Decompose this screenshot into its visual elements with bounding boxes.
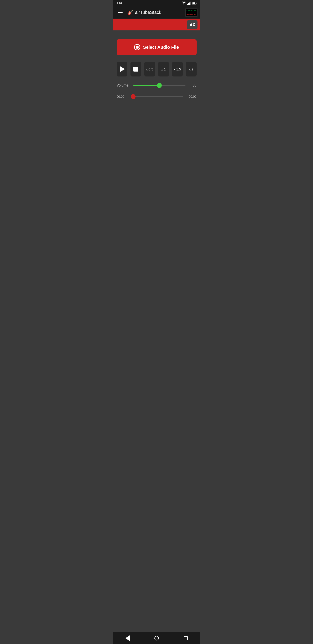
status-time: 1:02 [117,2,122,5]
speed-0.5-button[interactable]: x 0.5 [144,62,155,76]
time-section: 00:00 00:00 [117,94,197,99]
speed-1.5-label: x 1.5 [174,67,181,71]
play-icon [120,66,125,72]
speed-1-label: x 1 [161,67,166,71]
volume-value: 50 [188,84,197,88]
playback-controls: x 0.5 x 1 x 1.5 x 2 [117,62,197,76]
svg-rect-3 [189,2,190,5]
guitar-icon: 🎸 [127,10,133,16]
svg-rect-7 [196,3,196,4]
status-bar: 1:02 [113,0,200,6]
nav-home-button[interactable] [151,634,162,643]
time-row: 00:00 00:00 [117,94,197,99]
speed-0.5-label: x 0.5 [146,67,153,71]
time-thumb[interactable] [131,94,136,99]
record-icon [134,44,140,50]
wifi-icon [182,2,186,5]
play-button[interactable] [117,62,127,76]
volume-label: Volume [117,84,131,88]
select-audio-label: Select Audio File [143,45,179,50]
home-icon [154,636,159,640]
back-icon [125,635,130,641]
app-title-container: 🎸 airTubeStack [127,10,183,16]
menu-button[interactable] [116,8,125,17]
app-bar: 🎸 airTubeStack [113,6,200,19]
volume-slider-container[interactable] [133,83,185,88]
recent-icon [184,636,188,640]
speed-1-button[interactable]: x 1 [158,62,169,76]
select-audio-button[interactable]: Select Audio File [117,39,197,55]
nav-recent-button[interactable] [180,634,191,643]
red-banner [113,19,200,30]
stop-button[interactable] [130,62,141,76]
nav-back-button[interactable] [122,634,133,643]
stop-icon [133,67,138,72]
mute-button[interactable] [187,20,198,29]
volume-row: Volume 50 [117,83,197,88]
main-content: Select Audio File x 0.5 x 1 x 1.5 x 2 Vo… [113,30,200,632]
time-slider-container[interactable] [131,94,183,99]
mute-icon [189,22,195,27]
volume-track [133,85,185,86]
speed-2-button[interactable]: x 2 [186,62,197,76]
svg-rect-4 [190,2,191,5]
svg-rect-6 [192,2,195,4]
svg-rect-1 [187,4,188,5]
signal-icon [187,2,191,5]
battery-icon [192,2,197,4]
time-start: 00:00 [117,95,129,98]
record-inner [136,46,139,49]
volume-section: Volume 50 [117,83,197,88]
spectrum-visualizer [185,8,198,16]
volume-thumb[interactable] [157,83,162,88]
app-title: airTubeStack [135,10,161,15]
svg-rect-2 [188,3,189,5]
volume-fill [133,85,160,86]
time-track [131,96,183,97]
svg-point-0 [183,4,184,5]
speed-1.5-button[interactable]: x 1.5 [172,62,183,76]
status-icons [182,2,197,5]
speed-2-label: x 2 [189,67,193,71]
time-end: 00:00 [185,95,197,98]
bottom-nav [113,632,200,644]
